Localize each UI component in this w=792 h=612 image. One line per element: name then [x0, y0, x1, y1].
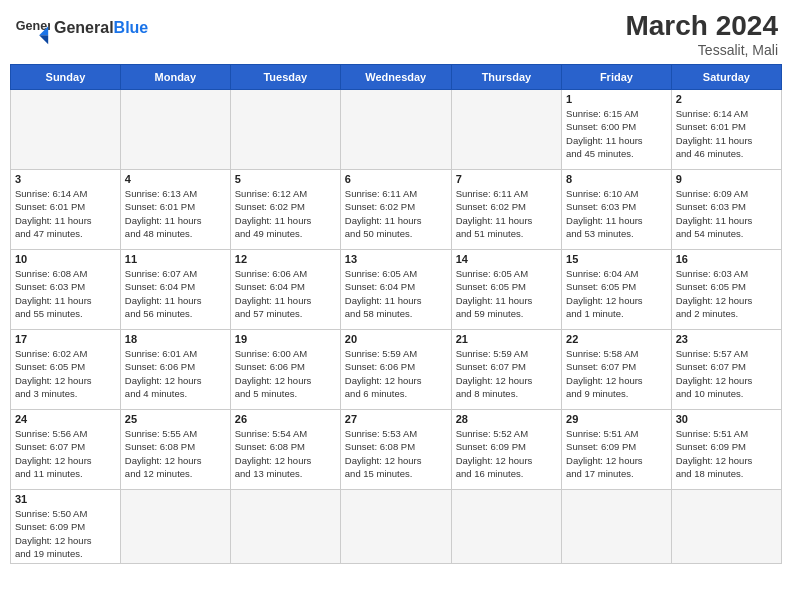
- day-info: Sunrise: 5:59 AM Sunset: 6:07 PM Dayligh…: [456, 347, 557, 400]
- day-info: Sunrise: 6:04 AM Sunset: 6:05 PM Dayligh…: [566, 267, 667, 320]
- day-info: Sunrise: 6:03 AM Sunset: 6:05 PM Dayligh…: [676, 267, 777, 320]
- day-number: 19: [235, 333, 336, 345]
- day-number: 17: [15, 333, 116, 345]
- day-number: 7: [456, 173, 557, 185]
- calendar-cell: 24Sunrise: 5:56 AM Sunset: 6:07 PM Dayli…: [11, 410, 121, 490]
- day-number: 24: [15, 413, 116, 425]
- calendar-week-row: 3Sunrise: 6:14 AM Sunset: 6:01 PM Daylig…: [11, 170, 782, 250]
- calendar-cell: 7Sunrise: 6:11 AM Sunset: 6:02 PM Daylig…: [451, 170, 561, 250]
- day-info: Sunrise: 5:57 AM Sunset: 6:07 PM Dayligh…: [676, 347, 777, 400]
- day-info: Sunrise: 6:05 AM Sunset: 6:04 PM Dayligh…: [345, 267, 447, 320]
- day-info: Sunrise: 5:50 AM Sunset: 6:09 PM Dayligh…: [15, 507, 116, 560]
- day-number: 3: [15, 173, 116, 185]
- calendar-cell: 11Sunrise: 6:07 AM Sunset: 6:04 PM Dayli…: [120, 250, 230, 330]
- day-info: Sunrise: 6:08 AM Sunset: 6:03 PM Dayligh…: [15, 267, 116, 320]
- day-info: Sunrise: 5:53 AM Sunset: 6:08 PM Dayligh…: [345, 427, 447, 480]
- page-header: General GeneralBlue March 2024 Tessalit,…: [10, 10, 782, 58]
- day-number: 2: [676, 93, 777, 105]
- day-number: 28: [456, 413, 557, 425]
- calendar-cell: 12Sunrise: 6:06 AM Sunset: 6:04 PM Dayli…: [230, 250, 340, 330]
- day-info: Sunrise: 5:55 AM Sunset: 6:08 PM Dayligh…: [125, 427, 226, 480]
- day-number: 9: [676, 173, 777, 185]
- calendar-cell: 10Sunrise: 6:08 AM Sunset: 6:03 PM Dayli…: [11, 250, 121, 330]
- day-info: Sunrise: 5:58 AM Sunset: 6:07 PM Dayligh…: [566, 347, 667, 400]
- calendar-week-row: 17Sunrise: 6:02 AM Sunset: 6:05 PM Dayli…: [11, 330, 782, 410]
- day-number: 5: [235, 173, 336, 185]
- weekday-header-tuesday: Tuesday: [230, 65, 340, 90]
- day-info: Sunrise: 5:51 AM Sunset: 6:09 PM Dayligh…: [676, 427, 777, 480]
- weekday-header-thursday: Thursday: [451, 65, 561, 90]
- calendar-cell: [671, 490, 781, 564]
- calendar-title: March 2024 Tessalit, Mali: [625, 10, 778, 58]
- calendar-cell: [340, 90, 451, 170]
- day-number: 1: [566, 93, 667, 105]
- calendar-cell: 2Sunrise: 6:14 AM Sunset: 6:01 PM Daylig…: [671, 90, 781, 170]
- weekday-header-monday: Monday: [120, 65, 230, 90]
- calendar-cell: 8Sunrise: 6:10 AM Sunset: 6:03 PM Daylig…: [562, 170, 672, 250]
- day-info: Sunrise: 6:10 AM Sunset: 6:03 PM Dayligh…: [566, 187, 667, 240]
- calendar-cell: 3Sunrise: 6:14 AM Sunset: 6:01 PM Daylig…: [11, 170, 121, 250]
- day-info: Sunrise: 6:02 AM Sunset: 6:05 PM Dayligh…: [15, 347, 116, 400]
- logo: General GeneralBlue: [14, 10, 148, 46]
- day-number: 31: [15, 493, 116, 505]
- day-info: Sunrise: 6:00 AM Sunset: 6:06 PM Dayligh…: [235, 347, 336, 400]
- calendar-cell: 27Sunrise: 5:53 AM Sunset: 6:08 PM Dayli…: [340, 410, 451, 490]
- calendar-cell: [451, 90, 561, 170]
- day-info: Sunrise: 6:12 AM Sunset: 6:02 PM Dayligh…: [235, 187, 336, 240]
- calendar-cell: 30Sunrise: 5:51 AM Sunset: 6:09 PM Dayli…: [671, 410, 781, 490]
- day-info: Sunrise: 5:56 AM Sunset: 6:07 PM Dayligh…: [15, 427, 116, 480]
- day-number: 4: [125, 173, 226, 185]
- logo-text: GeneralBlue: [54, 19, 148, 37]
- calendar-cell: 28Sunrise: 5:52 AM Sunset: 6:09 PM Dayli…: [451, 410, 561, 490]
- day-number: 27: [345, 413, 447, 425]
- month-year-heading: March 2024: [625, 10, 778, 42]
- calendar-cell: 17Sunrise: 6:02 AM Sunset: 6:05 PM Dayli…: [11, 330, 121, 410]
- day-info: Sunrise: 6:14 AM Sunset: 6:01 PM Dayligh…: [15, 187, 116, 240]
- day-number: 13: [345, 253, 447, 265]
- day-number: 26: [235, 413, 336, 425]
- day-info: Sunrise: 5:51 AM Sunset: 6:09 PM Dayligh…: [566, 427, 667, 480]
- day-info: Sunrise: 6:09 AM Sunset: 6:03 PM Dayligh…: [676, 187, 777, 240]
- weekday-header-sunday: Sunday: [11, 65, 121, 90]
- weekday-header-row: SundayMondayTuesdayWednesdayThursdayFrid…: [11, 65, 782, 90]
- day-number: 14: [456, 253, 557, 265]
- calendar-cell: 19Sunrise: 6:00 AM Sunset: 6:06 PM Dayli…: [230, 330, 340, 410]
- day-number: 8: [566, 173, 667, 185]
- calendar-body: 1Sunrise: 6:15 AM Sunset: 6:00 PM Daylig…: [11, 90, 782, 564]
- calendar-cell: 15Sunrise: 6:04 AM Sunset: 6:05 PM Dayli…: [562, 250, 672, 330]
- day-number: 15: [566, 253, 667, 265]
- day-number: 30: [676, 413, 777, 425]
- day-number: 6: [345, 173, 447, 185]
- calendar-cell: 14Sunrise: 6:05 AM Sunset: 6:05 PM Dayli…: [451, 250, 561, 330]
- calendar-table: SundayMondayTuesdayWednesdayThursdayFrid…: [10, 64, 782, 564]
- calendar-week-row: 31Sunrise: 5:50 AM Sunset: 6:09 PM Dayli…: [11, 490, 782, 564]
- calendar-cell: 6Sunrise: 6:11 AM Sunset: 6:02 PM Daylig…: [340, 170, 451, 250]
- day-number: 16: [676, 253, 777, 265]
- calendar-cell: 20Sunrise: 5:59 AM Sunset: 6:06 PM Dayli…: [340, 330, 451, 410]
- calendar-cell: 1Sunrise: 6:15 AM Sunset: 6:00 PM Daylig…: [562, 90, 672, 170]
- calendar-cell: 13Sunrise: 6:05 AM Sunset: 6:04 PM Dayli…: [340, 250, 451, 330]
- calendar-cell: 29Sunrise: 5:51 AM Sunset: 6:09 PM Dayli…: [562, 410, 672, 490]
- calendar-cell: 21Sunrise: 5:59 AM Sunset: 6:07 PM Dayli…: [451, 330, 561, 410]
- weekday-header-friday: Friday: [562, 65, 672, 90]
- calendar-cell: 31Sunrise: 5:50 AM Sunset: 6:09 PM Dayli…: [11, 490, 121, 564]
- day-number: 11: [125, 253, 226, 265]
- calendar-cell: [340, 490, 451, 564]
- weekday-header-wednesday: Wednesday: [340, 65, 451, 90]
- weekday-header-saturday: Saturday: [671, 65, 781, 90]
- location-label: Tessalit, Mali: [625, 42, 778, 58]
- day-info: Sunrise: 6:14 AM Sunset: 6:01 PM Dayligh…: [676, 107, 777, 160]
- day-info: Sunrise: 6:11 AM Sunset: 6:02 PM Dayligh…: [345, 187, 447, 240]
- day-info: Sunrise: 6:05 AM Sunset: 6:05 PM Dayligh…: [456, 267, 557, 320]
- day-number: 25: [125, 413, 226, 425]
- calendar-cell: [230, 490, 340, 564]
- day-number: 20: [345, 333, 447, 345]
- calendar-cell: [562, 490, 672, 564]
- calendar-cell: 16Sunrise: 6:03 AM Sunset: 6:05 PM Dayli…: [671, 250, 781, 330]
- calendar-cell: [120, 90, 230, 170]
- calendar-week-row: 24Sunrise: 5:56 AM Sunset: 6:07 PM Dayli…: [11, 410, 782, 490]
- calendar-cell: 23Sunrise: 5:57 AM Sunset: 6:07 PM Dayli…: [671, 330, 781, 410]
- generalblue-logo-icon: General: [14, 10, 50, 46]
- calendar-cell: [11, 90, 121, 170]
- day-number: 12: [235, 253, 336, 265]
